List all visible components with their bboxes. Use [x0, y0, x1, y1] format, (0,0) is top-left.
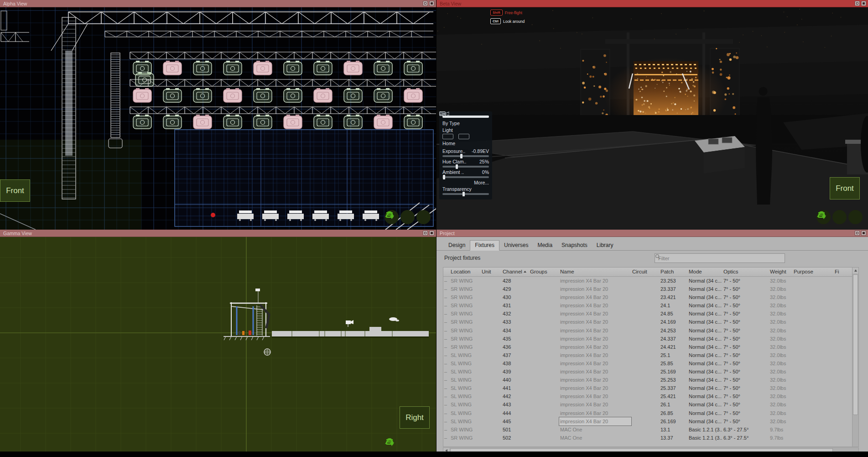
transparency-slider[interactable]	[442, 193, 489, 195]
tab-fixtures[interactable]: Fixtures	[470, 240, 499, 251]
expander-icon[interactable]: –	[443, 310, 450, 318]
column-header-weight[interactable]: Weight	[769, 268, 793, 276]
project-float-button[interactable]	[855, 231, 860, 236]
column-header-fi[interactable]: Fi	[834, 268, 853, 276]
expander-icon[interactable]: –	[443, 301, 450, 310]
gamma-pan-button[interactable]	[400, 437, 415, 451]
column-header-purpose[interactable]: Purpose	[793, 268, 834, 276]
table-row[interactable]: –SR WING435impression X4 Bar 2024.337Nor…	[443, 335, 858, 343]
alpha-titlebar[interactable]: Alpha View	[0, 0, 436, 7]
horizontal-scroll-thumb[interactable]	[450, 448, 833, 452]
beta-titlebar[interactable]: Beta View	[437, 0, 868, 7]
table-row[interactable]: –SR WING431impression X4 Bar 2024.1Norma…	[443, 301, 858, 310]
tab-library[interactable]: Library	[592, 241, 618, 250]
column-header-optics[interactable]: Optics	[722, 268, 769, 276]
gamma-viewport[interactable]: Right	[0, 237, 436, 452]
table-row[interactable]: –SL WING439impression X4 Bar 2025.169Nor…	[443, 368, 858, 376]
table-row[interactable]: –SR WING436impression X4 Bar 2024.421Nor…	[443, 343, 858, 351]
slider-track[interactable]	[442, 155, 489, 157]
table-row[interactable]: –SL WING441impression X4 Bar 2025.337Nor…	[443, 384, 858, 392]
table-row[interactable]: –SR WING434impression X4 Bar 2024.253Nor…	[443, 326, 858, 335]
visibility-slider[interactable]	[442, 116, 489, 118]
column-header-unit[interactable]: Unit	[481, 268, 502, 276]
beta-menu-button[interactable]	[848, 210, 863, 224]
table-row[interactable]: –SL WING443impression X4 Bar 2026.1Norma…	[443, 400, 858, 409]
alpha-viewport[interactable]: Front	[0, 7, 436, 230]
expander-icon[interactable]: –	[443, 425, 450, 434]
scroll-left-button[interactable]	[443, 448, 449, 452]
expander-icon[interactable]: –	[443, 376, 450, 384]
table-row[interactable]: –SR WING429impression X4 Bar 2023.337Nor…	[443, 285, 858, 293]
tab-snapshots[interactable]: Snapshots	[557, 241, 592, 250]
tab-design[interactable]: Design	[444, 241, 470, 250]
column-header-mode[interactable]: Mode	[688, 268, 722, 276]
scroll-up-button[interactable]	[852, 268, 858, 273]
expander-icon[interactable]: –	[443, 351, 450, 359]
table-row[interactable]: –SL WING445impression X4 Bar 2026.169Nor…	[443, 417, 858, 425]
beta-viewport[interactable]: ShiftFree-flightCtrlLook around By Type	[437, 7, 868, 230]
light-lens-button[interactable]	[458, 134, 469, 139]
filter-input[interactable]	[657, 255, 782, 262]
gamma-maximize-button[interactable]	[429, 231, 434, 236]
table-row[interactable]: –SR WING432impression X4 Bar 2024.85Norm…	[443, 310, 858, 318]
column-header-name[interactable]: Name	[559, 268, 631, 276]
slider-thumb[interactable]	[443, 175, 445, 179]
expander-icon[interactable]: –	[443, 384, 450, 392]
beta-pan-button[interactable]	[832, 210, 847, 224]
expander-icon[interactable]: –	[443, 434, 450, 442]
slider-thumb[interactable]	[460, 154, 463, 158]
slider-track[interactable]	[442, 166, 489, 168]
expander-icon[interactable]: –	[443, 417, 450, 425]
gamma-float-button[interactable]	[423, 231, 428, 236]
transparency-slider-thumb[interactable]	[463, 192, 465, 196]
alpha-pan-button[interactable]	[400, 210, 415, 224]
table-row[interactable]: –SL WING437impression X4 Bar 2025.1Norma…	[443, 351, 858, 359]
expander-icon[interactable]: –	[443, 343, 450, 351]
alpha-menu-button[interactable]	[416, 210, 431, 224]
expander-icon[interactable]: –	[443, 277, 450, 285]
expander-icon[interactable]: –	[443, 335, 450, 343]
table-row[interactable]: –SL WING440impression X4 Bar 2025.253Nor…	[443, 376, 858, 384]
column-header-groups[interactable]: Groups	[529, 268, 559, 276]
table-row[interactable]: –SR WING501MAC One13.1Basic 1.2.1 (3...6…	[443, 425, 858, 434]
vertical-scrollbar[interactable]	[852, 268, 858, 446]
tab-universes[interactable]: Universes	[499, 241, 533, 250]
expander-icon[interactable]: –	[443, 285, 450, 293]
horizontal-scrollbar[interactable]	[443, 447, 859, 452]
table-row[interactable]: –SR WING502MAC One13.37Basic 1.2.1 (3...…	[443, 434, 858, 442]
expander-icon[interactable]: –	[443, 392, 450, 400]
column-header-circuit[interactable]: Circuit	[631, 268, 660, 276]
vertical-scroll-thumb[interactable]	[853, 274, 858, 415]
slider-thumb[interactable]	[456, 164, 458, 169]
more-link[interactable]: More...	[442, 180, 489, 185]
alpha-maximize-button[interactable]	[429, 1, 434, 6]
column-header-channel[interactable]: Channel	[502, 268, 529, 276]
tab-media[interactable]: Media	[533, 241, 557, 250]
expander-icon[interactable]: –	[443, 293, 450, 301]
expander-icon[interactable]: –	[443, 326, 450, 335]
table-row[interactable]: –SR WING433impression X4 Bar 2024.169Nor…	[443, 318, 858, 326]
column-header-patch[interactable]: Patch	[660, 268, 688, 276]
table-row[interactable]: –SL WING442impression X4 Bar 2025.421Nor…	[443, 392, 858, 400]
beta-maximize-button[interactable]	[861, 1, 866, 6]
bowtie-icon[interactable]	[439, 111, 449, 116]
expander-icon[interactable]: –	[443, 400, 450, 409]
table-row[interactable]: –SR WING430impression X4 Bar 2023.421Nor…	[443, 293, 858, 301]
alpha-float-button[interactable]	[423, 1, 428, 6]
project-maximize-button[interactable]	[861, 231, 866, 236]
expander-icon[interactable]: –	[443, 368, 450, 376]
light-beams-button[interactable]	[442, 134, 453, 139]
table-row[interactable]: –SL WING444impression X4 Bar 2026.85Norm…	[443, 409, 858, 417]
gamma-menu-button[interactable]	[416, 437, 431, 451]
table-row[interactable]: –SL WING438impression X4 Bar 2025.85Norm…	[443, 359, 858, 368]
expander-icon[interactable]: –	[443, 409, 450, 417]
beta-float-button[interactable]	[855, 1, 860, 6]
slider-track[interactable]	[442, 176, 489, 178]
column-header-location[interactable]: Location	[450, 268, 481, 276]
table-row[interactable]: –SR WING428impression X4 Bar 2023.253Nor…	[443, 277, 858, 285]
expander-icon[interactable]: –	[443, 318, 450, 326]
project-titlebar[interactable]: Project	[437, 230, 868, 237]
by-type-row[interactable]: By Type	[442, 121, 489, 126]
gamma-titlebar[interactable]: Gamma View	[0, 230, 436, 237]
expander-icon[interactable]: –	[443, 359, 450, 368]
